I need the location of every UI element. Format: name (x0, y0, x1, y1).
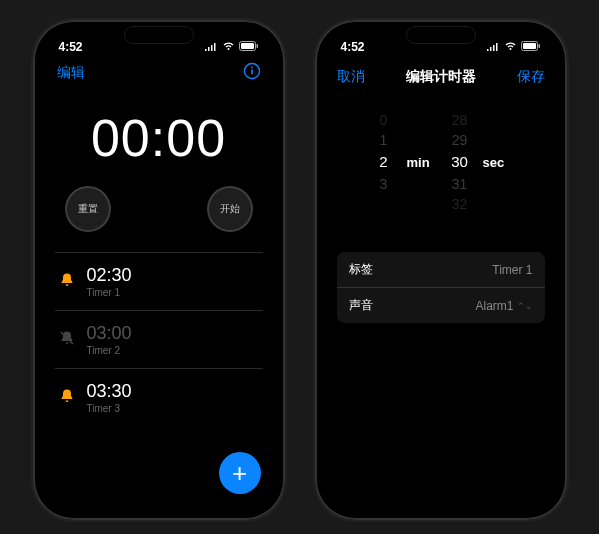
picker-option: 28 (452, 110, 468, 130)
picker-option: 29 (452, 130, 468, 150)
picker-option: 32 (452, 194, 468, 214)
picker-option: 31 (452, 174, 468, 194)
timer-item-3[interactable]: 03:30 Timer 3 (55, 368, 263, 426)
row-value: Alarm1 ⌃⌄ (475, 299, 532, 313)
notch (124, 26, 194, 44)
timer-time: 03:30 (87, 381, 132, 402)
plus-icon: + (232, 458, 247, 489)
bell-muted-icon (59, 330, 77, 350)
timer-info: 03:00 Timer 2 (87, 323, 132, 356)
settings-group: 标签 Timer 1 声音 Alarm1 ⌃⌄ (337, 252, 545, 323)
timer-label: Timer 2 (87, 345, 132, 356)
info-icon[interactable] (243, 62, 261, 84)
battery-icon (521, 40, 541, 54)
row-key: 声音 (349, 297, 373, 314)
timer-list: 02:30 Timer 1 03:00 Timer 2 03:30 (41, 252, 277, 426)
timer-item-2[interactable]: 03:00 Timer 2 (55, 310, 263, 368)
svg-rect-5 (251, 70, 253, 75)
notch (406, 26, 476, 44)
picker-selected: 30 (451, 150, 468, 174)
svg-point-4 (251, 67, 253, 69)
picker-option (382, 194, 386, 214)
bell-icon (59, 388, 77, 408)
modal-nav: 取消 编辑计时器 保存 (323, 58, 559, 96)
svg-rect-2 (256, 44, 258, 48)
timer-info: 02:30 Timer 1 (87, 265, 132, 298)
picker-sec-col[interactable]: 28 29 30 31 32 (445, 110, 475, 214)
status-time: 4:52 (59, 40, 83, 54)
timer-label: Timer 1 (87, 287, 132, 298)
phone-timer-main: 4:52 编辑 00:00 重置 开始 (33, 20, 285, 520)
wifi-icon (504, 40, 517, 54)
svg-rect-8 (523, 43, 536, 49)
sound-value-text: Alarm1 (475, 299, 513, 313)
svg-rect-9 (538, 44, 540, 48)
timer-time: 02:30 (87, 265, 132, 286)
control-buttons: 重置 开始 (41, 168, 277, 252)
cancel-button[interactable]: 取消 (337, 68, 365, 86)
status-icons (204, 40, 259, 54)
timer-time: 03:00 (87, 323, 132, 344)
time-picker[interactable]: 0 1 2 3 min 28 29 30 31 32 sec (323, 102, 559, 222)
row-value: Timer 1 (492, 263, 532, 277)
battery-icon (239, 40, 259, 54)
signal-icon (204, 40, 218, 54)
signal-icon (486, 40, 500, 54)
add-timer-button[interactable]: + (219, 452, 261, 494)
min-unit-label: min (407, 155, 437, 170)
svg-rect-1 (241, 43, 254, 49)
bell-icon (59, 272, 77, 292)
save-button[interactable]: 保存 (517, 68, 545, 86)
picker-option: 3 (380, 174, 388, 194)
phone-timer-edit: 4:52 取消 编辑计时器 保存 0 (315, 20, 567, 520)
picker-option: 0 (380, 110, 388, 130)
picker-selected: 2 (379, 150, 387, 174)
screen-edit: 4:52 取消 编辑计时器 保存 0 (323, 28, 559, 512)
modal-title: 编辑计时器 (406, 68, 476, 86)
wifi-icon (222, 40, 235, 54)
edit-button[interactable]: 编辑 (57, 64, 85, 82)
nav-bar: 编辑 (41, 58, 277, 88)
picker-option: 1 (380, 130, 388, 150)
reset-button[interactable]: 重置 (65, 186, 111, 232)
row-key: 标签 (349, 261, 373, 278)
timer-info: 03:30 Timer 3 (87, 381, 132, 414)
sec-unit-label: sec (483, 155, 513, 170)
chevron-icon: ⌃⌄ (517, 301, 533, 311)
timer-label: Timer 3 (87, 403, 132, 414)
picker-min-col[interactable]: 0 1 2 3 (369, 110, 399, 214)
status-icons (486, 40, 541, 54)
label-row[interactable]: 标签 Timer 1 (337, 252, 545, 287)
main-time-display: 00:00 (41, 108, 277, 168)
sound-row[interactable]: 声音 Alarm1 ⌃⌄ (337, 287, 545, 323)
start-button[interactable]: 开始 (207, 186, 253, 232)
timer-item-1[interactable]: 02:30 Timer 1 (55, 252, 263, 310)
screen-main: 4:52 编辑 00:00 重置 开始 (41, 28, 277, 512)
status-time: 4:52 (341, 40, 365, 54)
